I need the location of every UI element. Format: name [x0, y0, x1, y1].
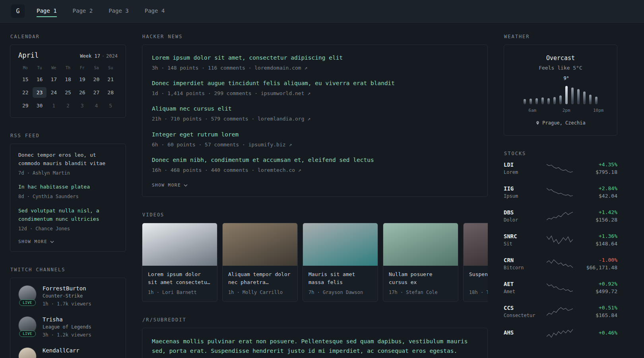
- stock-change: +0.46%: [574, 330, 617, 336]
- rss-item-link[interactable]: In hac habitasse platea: [18, 183, 118, 191]
- channel-name[interactable]: ForrestBurton: [43, 285, 91, 292]
- rss-item-link[interactable]: Sed volutpat nulla nisl, a condimentum n…: [18, 207, 118, 224]
- section-title-videos: VIDEOS: [142, 212, 488, 218]
- channel-name[interactable]: Trisha: [43, 316, 91, 323]
- stock-name: Lorem: [504, 169, 546, 175]
- hn-story: Integer eget rutrum lorem 6h · 60 points…: [152, 130, 478, 148]
- hn-story-meta: 21h · 710 points · 579 comments · loreml…: [152, 115, 478, 123]
- hn-story-domain-link[interactable]: loremlandia.org ↗: [258, 116, 310, 122]
- hn-story-domain-link[interactable]: ipsumworld.net ↗: [261, 90, 310, 96]
- rss-item: In hac habitasse platea 8d · Cynthia Sau…: [18, 183, 118, 200]
- weather-bar: [595, 97, 597, 104]
- stock-sparkline: [547, 329, 573, 338]
- stock-row[interactable]: SNRC Sit +1.36% $148.64: [504, 233, 617, 247]
- stock-values: +0.51% $165.84: [574, 305, 617, 318]
- stock-values: +0.46%: [574, 330, 617, 337]
- stock-sparkline: [547, 187, 573, 197]
- channel-meta: 1h · 1.7k viewers: [43, 301, 91, 307]
- stock-price: $795.18: [574, 169, 617, 175]
- channel-game: League of Legends: [43, 324, 91, 330]
- twitch-channel[interactable]: LIVE Trisha League of Legends 3h · 1.2k …: [18, 316, 118, 339]
- video-body: Suspendisse diam 18h · Tara: [464, 266, 488, 302]
- top-nav: G Page 1 Page 2 Page 3 Page 4: [0, 0, 644, 23]
- stock-row[interactable]: AHS +0.46%: [504, 329, 617, 338]
- stock-row[interactable]: AET Amet +0.92% $499.72: [504, 281, 617, 294]
- stock-sparkline: [547, 283, 573, 292]
- stock-id: CCS Consectetur: [504, 305, 546, 318]
- hn-story-link[interactable]: Aliquam nec cursus elit: [152, 105, 478, 113]
- stock-sparkline: [547, 211, 573, 221]
- hn-story-link[interactable]: Lorem ipsum dolor sit amet, consectetur …: [152, 54, 478, 62]
- rss-item-meta: 7d · Ashlyn Martin: [18, 170, 118, 177]
- hn-story-domain-link[interactable]: loremtech.co ↗: [258, 167, 301, 173]
- video-meta: 17h · Stefan Cole: [389, 289, 452, 296]
- stock-id: CRN Bitcorn: [504, 257, 546, 270]
- weather-bar: [541, 97, 544, 104]
- video-card[interactable]: Nullam posuere cursus ex 17h · Stefan Co…: [383, 223, 458, 302]
- weather-widget: WEATHER Overcast Feels like 5°C 9° 6am 2…: [504, 34, 617, 136]
- page-tab[interactable]: Page 4: [145, 8, 165, 17]
- page-tab[interactable]: Page 2: [73, 8, 93, 17]
- page-tab[interactable]: Page 1: [37, 8, 57, 17]
- section-title-stocks: STOCKS: [504, 151, 617, 156]
- rss-item-link[interactable]: Donec tempor eros leo, ut commodo mauris…: [18, 151, 118, 168]
- video-card[interactable]: Suspendisse diam 18h · Tara: [463, 223, 488, 302]
- hn-story-link[interactable]: Donec imperdiet augue tincidunt felis al…: [152, 79, 478, 88]
- stock-row[interactable]: LDI Lorem +4.35% $795.18: [504, 161, 617, 175]
- twitch-channel[interactable]: LIVE ForrestBurton Counter-Strike 1h · 1…: [18, 285, 118, 307]
- stock-row[interactable]: IIG Ipsum +2.84% $42.04: [504, 185, 617, 199]
- video-thumbnail[interactable]: [464, 223, 488, 266]
- app-logo[interactable]: G: [11, 4, 25, 18]
- channel-name[interactable]: KendallCarr: [43, 347, 80, 354]
- video-title[interactable]: Suspendisse diam: [469, 270, 488, 286]
- calendar-day: 15: [18, 74, 33, 85]
- video-title[interactable]: Nullam posuere cursus ex: [389, 270, 452, 286]
- hn-story-domain-link[interactable]: ipsumify.biz ↗: [248, 142, 292, 148]
- rss-item-meta: 12d · Chance Jones: [18, 226, 118, 232]
- stock-row[interactable]: CRN Bitcorn -1.00% $66,171.48: [504, 257, 617, 270]
- channel-game: Counter-Strike: [43, 293, 91, 299]
- stock-name: Sit: [504, 241, 546, 247]
- separator-dot: ·: [102, 53, 105, 59]
- video-thumbnail[interactable]: [383, 223, 458, 266]
- video-title[interactable]: Mauris sit amet massa felis: [308, 270, 372, 286]
- video-card[interactable]: Lorem ipsum dolor sit amet consectetu… 1…: [142, 223, 217, 302]
- channel-info: KendallCarr: [43, 347, 80, 356]
- rss-card: Donec tempor eros leo, ut commodo mauris…: [10, 144, 126, 252]
- calendar-day: 16: [33, 74, 47, 85]
- hackernews-card: Lorem ipsum dolor sit amet, consectetur …: [142, 45, 488, 197]
- rss-show-more-button[interactable]: SHOW MORE: [18, 239, 118, 244]
- stock-row[interactable]: CCS Consectetur +0.51% $165.84: [504, 305, 617, 318]
- hn-story: Donec enim nibh, condimentum et accumsan…: [152, 156, 478, 174]
- hn-story-stats: 16h · 468 points · 440 comments ·: [152, 167, 254, 173]
- stock-change: +2.84%: [574, 185, 617, 191]
- calendar-header: April Week 17·2024: [18, 51, 118, 59]
- hn-story-link[interactable]: Integer eget rutrum lorem: [152, 130, 478, 139]
- video-title[interactable]: Lorem ipsum dolor sit amet consectetu…: [148, 270, 211, 286]
- subreddit-post-link[interactable]: Maecenas mollis pulvinar erat non posuer…: [152, 337, 478, 356]
- stock-symbol: SNRC: [504, 233, 546, 239]
- twitch-channel[interactable]: KendallCarr: [18, 347, 118, 358]
- hn-story-stats: 1d · 1,414 points · 299 comments ·: [152, 90, 258, 96]
- hn-show-more-button[interactable]: SHOW MORE: [152, 183, 478, 188]
- hn-story-link[interactable]: Donec enim nibh, condimentum et accumsan…: [152, 156, 478, 164]
- video-body: Mauris sit amet massa felis 7h · Grayson…: [303, 266, 378, 302]
- video-thumbnail[interactable]: [303, 223, 378, 266]
- video-card[interactable]: Aliquam tempor dolor nec pharetra… 1h · …: [222, 223, 298, 302]
- stock-sparkline: [547, 163, 573, 173]
- calendar-day-header: Fr: [75, 66, 89, 70]
- video-title[interactable]: Aliquam tempor dolor nec pharetra…: [228, 270, 292, 286]
- stock-row[interactable]: DBS Dolor +1.42% $156.28: [504, 209, 617, 223]
- time-label: 2pm: [563, 108, 570, 113]
- page-tab[interactable]: Page 3: [109, 8, 129, 17]
- video-thumbnail[interactable]: [223, 223, 297, 266]
- calendar-day-headers: MoTuWeThFrSaSu: [18, 66, 118, 70]
- stock-change: +0.92%: [574, 281, 617, 287]
- video-body: Aliquam tempor dolor nec pharetra… 1h · …: [223, 266, 297, 302]
- video-card[interactable]: Mauris sit amet massa felis 7h · Grayson…: [303, 223, 378, 302]
- calendar-day: 18: [61, 74, 75, 85]
- rss-item: Donec tempor eros leo, ut commodo mauris…: [18, 151, 118, 176]
- hn-story-domain-link[interactable]: loremdomain.com ↗: [254, 65, 307, 71]
- weather-time-axis: 6am 2pm 10pm: [512, 108, 609, 113]
- video-thumbnail[interactable]: [142, 223, 217, 266]
